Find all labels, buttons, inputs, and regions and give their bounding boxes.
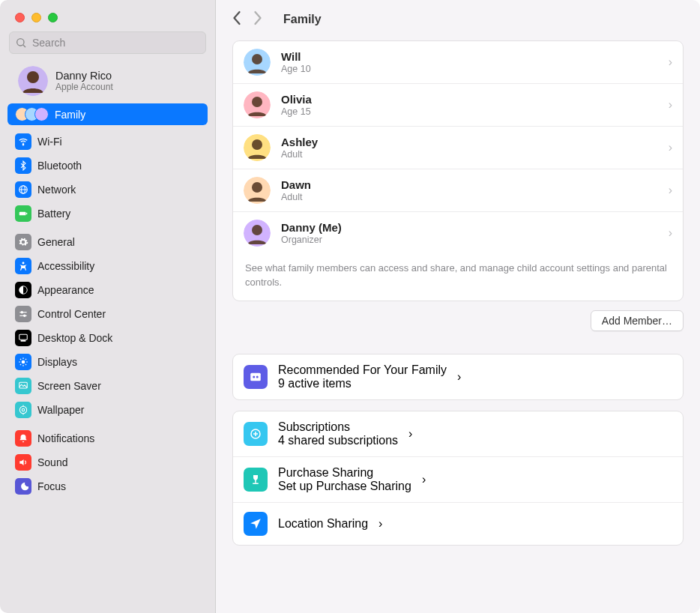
search-input[interactable] (9, 31, 206, 54)
svg-point-0 (17, 39, 24, 46)
network-icon (15, 181, 31, 198)
sidebar-item-general[interactable]: General (7, 230, 208, 254)
fullscreen-window-button[interactable] (48, 13, 58, 22)
sidebar-item-label: General (37, 236, 75, 248)
section-title: Subscriptions (278, 420, 398, 434)
member-row[interactable]: WillAge 10› (233, 41, 683, 83)
sidebar-item-bluetooth[interactable]: Bluetooth (7, 154, 208, 178)
svg-line-23 (20, 359, 21, 360)
sidebar-item-label: Screen Saver (37, 380, 101, 392)
chevron-right-icon: › (669, 184, 672, 197)
members-card: WillAge 10›OliviaAge 15›AshleyAdult›Dawn… (232, 40, 684, 301)
search-container (9, 31, 206, 54)
svg-line-25 (25, 359, 26, 360)
sidebar-item-wi-fi[interactable]: Wi-Fi (7, 130, 208, 154)
wallpaper-icon (15, 402, 31, 418)
svg-point-43 (253, 375, 255, 378)
sidebar-item-label: Notifications (37, 432, 94, 444)
forward-button (253, 10, 262, 28)
sidebar-item-notifications[interactable]: Notifications (7, 426, 208, 450)
chevron-right-icon: › (669, 98, 672, 112)
back-button[interactable] (232, 10, 242, 28)
member-subtitle: Age 10 (281, 64, 658, 74)
purchase-sharing-row[interactable]: Purchase Sharing Set up Purchase Sharing… (233, 456, 683, 502)
screensaver-icon (15, 378, 31, 394)
member-avatar (244, 134, 271, 161)
member-name: Dawn (281, 178, 658, 191)
sidebar-item-displays[interactable]: Displays (7, 350, 208, 374)
svg-rect-9 (26, 213, 27, 214)
wifi-icon (15, 133, 31, 150)
member-subtitle: Organizer (281, 235, 658, 245)
section-title: Location Sharing (278, 517, 368, 531)
content-scroll[interactable]: WillAge 10›OliviaAge 15›AshleyAdult›Dawn… (216, 36, 700, 613)
sidebar-item-wallpaper[interactable]: Wallpaper (7, 398, 208, 422)
appearance-icon (15, 282, 31, 298)
svg-rect-49 (253, 483, 259, 484)
add-member-button[interactable]: Add Member… (591, 310, 684, 331)
recommended-card: Recommended For Your Family 9 active ite… (232, 354, 684, 400)
member-row[interactable]: DawnAdult› (233, 169, 683, 211)
purchase-icon (244, 468, 268, 492)
account-subtitle: Apple Account (55, 82, 113, 92)
chevron-left-icon (232, 10, 242, 25)
sidebar-item-screen-saver[interactable]: Screen Saver (7, 374, 208, 398)
svg-point-33 (252, 54, 262, 64)
sidebar-item-label: Bluetooth (37, 160, 82, 172)
sidebar-item-appearance[interactable]: Appearance (7, 278, 208, 302)
sidebar-nav: Family Wi-FiBluetoothNetworkBattery Gene… (0, 103, 215, 613)
svg-point-4 (22, 144, 24, 145)
sidebar-item-accessibility[interactable]: Accessibility (7, 254, 208, 278)
sidebar-item-family[interactable]: Family (7, 103, 208, 125)
sidebar: Danny Rico Apple Account Family Wi-FiBlu… (0, 0, 216, 613)
location-sharing-row[interactable]: Location Sharing › (233, 502, 683, 545)
member-subtitle: Age 15 (281, 106, 658, 117)
sidebar-item-label: Family (55, 109, 85, 121)
subscriptions-icon (244, 422, 268, 446)
member-row[interactable]: Danny (Me)Organizer› (233, 211, 683, 254)
svg-point-15 (24, 315, 25, 316)
member-avatar (244, 220, 271, 247)
sidebar-item-battery[interactable]: Battery (7, 202, 208, 226)
minimize-window-button[interactable] (31, 13, 41, 22)
chevron-right-icon: › (422, 473, 426, 486)
account-row[interactable]: Danny Rico Apple Account (0, 61, 215, 103)
toolbar: Family (216, 0, 700, 36)
sidebar-item-label: Network (37, 184, 76, 196)
chevron-right-icon: › (457, 370, 461, 384)
svg-point-41 (252, 225, 262, 235)
svg-point-44 (256, 375, 259, 378)
section-title: Recommended For Your Family (278, 363, 447, 377)
section-subtitle: Set up Purchase Sharing (278, 480, 411, 493)
member-avatar (244, 177, 271, 204)
member-row[interactable]: OliviaAge 15› (233, 83, 683, 126)
svg-rect-48 (255, 480, 256, 483)
svg-line-26 (20, 364, 21, 365)
display-icon (15, 354, 31, 370)
svg-point-18 (22, 360, 25, 364)
account-name: Danny Rico (55, 70, 113, 82)
sidebar-item-desktop-dock[interactable]: Desktop & Dock (7, 326, 208, 350)
battery-icon (15, 205, 31, 222)
sidebar-item-control-center[interactable]: Control Center (7, 302, 208, 326)
svg-point-35 (252, 97, 262, 107)
sidebar-item-label: Wi-Fi (37, 136, 62, 148)
subscriptions-row[interactable]: Subscriptions 4 shared subscriptions › (233, 411, 683, 456)
sidebar-item-focus[interactable]: Focus (7, 474, 208, 498)
sidebar-item-label: Appearance (37, 284, 94, 296)
member-name: Olivia (281, 93, 658, 106)
accessibility-icon (15, 258, 31, 274)
svg-rect-42 (250, 372, 261, 381)
members-footnote: See what family members can access and s… (233, 254, 683, 301)
member-name: Will (281, 50, 658, 63)
recommended-row[interactable]: Recommended For Your Family 9 active ite… (233, 354, 683, 399)
member-row[interactable]: AshleyAdult› (233, 126, 683, 169)
sound-icon (15, 454, 31, 471)
svg-point-37 (252, 139, 262, 150)
member-name: Ashley (281, 136, 658, 148)
sidebar-item-sound[interactable]: Sound (7, 450, 208, 474)
sidebar-item-network[interactable]: Network (7, 178, 208, 202)
close-window-button[interactable] (15, 13, 25, 22)
focus-icon (15, 478, 31, 495)
sliders-icon (15, 306, 31, 322)
